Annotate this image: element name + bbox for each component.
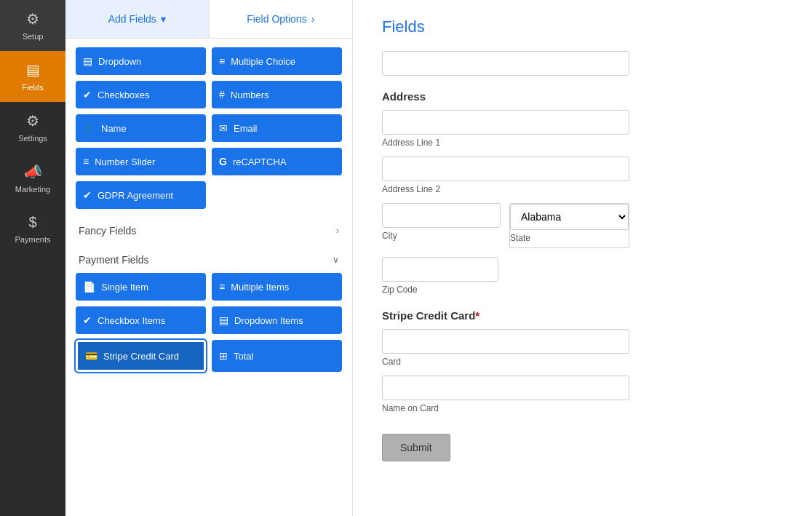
city-group: City — [382, 203, 501, 248]
number-slider-button[interactable]: ≡ Number Slider — [76, 148, 206, 175]
sidebar-label-settings: Settings — [18, 134, 47, 143]
numbers-icon: # — [219, 89, 225, 100]
dropdown-button[interactable]: ▤ Dropdown — [76, 47, 206, 75]
single-item-icon: 📄 — [83, 281, 95, 293]
checkbox-items-icon: ✔ — [83, 314, 92, 326]
single-item-label: Single Item — [101, 282, 148, 293]
gdpr-label: GDPR Agreement — [97, 190, 173, 201]
right-panel: Fields Address Address Line 1 Address Li… — [353, 0, 812, 516]
multiple-choice-icon: ≡ — [219, 55, 225, 67]
name-on-card-label: Name on Card — [382, 403, 783, 413]
card-label: Card — [382, 357, 783, 367]
sidebar: ⚙ Setup ▤ Fields ⚙ Settings 📣 Marketing … — [0, 0, 65, 516]
gear-icon: ⚙ — [26, 10, 39, 28]
sidebar-label-fields: Fields — [22, 83, 43, 92]
fancy-fields-section[interactable]: Fancy Fields › — [76, 215, 342, 244]
gdpr-button[interactable]: ✔ GDPR Agreement — [76, 181, 206, 209]
email-label: Email — [234, 123, 258, 134]
dropdown-label: Dropdown — [98, 56, 141, 67]
name-on-card-input[interactable] — [382, 376, 629, 400]
number-slider-icon: ≡ — [83, 156, 89, 167]
checkbox-items-label: Checkbox Items — [97, 315, 165, 326]
recaptcha-icon: G — [219, 156, 227, 167]
dropdown-items-icon: ▤ — [219, 314, 228, 326]
stripe-section: Stripe Credit Card* Card Name on Card — [382, 309, 783, 413]
checkboxes-label: Checkboxes — [97, 90, 150, 100]
sidebar-item-settings[interactable]: ⚙ Settings — [0, 102, 65, 153]
sidebar-item-fields[interactable]: ▤ Fields — [0, 51, 65, 102]
fancy-fields-label: Fancy Fields — [79, 225, 136, 237]
gdpr-row: ✔ GDPR Agreement — [76, 181, 342, 209]
sidebar-item-setup[interactable]: ⚙ Setup — [0, 0, 65, 51]
recaptcha-label: reCAPTCHA — [233, 156, 287, 167]
address-line1-label: Address Line 1 — [382, 138, 783, 148]
left-panel: Add Fields ▾ Field Options › ▤ Dropdown … — [65, 0, 353, 516]
submit-button[interactable]: Submit — [382, 434, 450, 461]
name-button[interactable]: 👤 Name — [76, 114, 206, 142]
city-input[interactable] — [382, 203, 501, 228]
sidebar-label-setup: Setup — [23, 32, 44, 41]
chevron-down-icon: ▾ — [161, 13, 166, 25]
zip-label: Zip Code — [382, 285, 783, 295]
payment-buttons-grid: 📄 Single Item ≡ Multiple Items ✔ Checkbo… — [76, 273, 342, 372]
total-icon: ⊞ — [219, 350, 228, 362]
email-icon: ✉ — [219, 122, 228, 134]
sidebar-label-payments: Payments — [15, 235, 51, 244]
gdpr-icon: ✔ — [83, 189, 92, 201]
checkbox-items-button[interactable]: ✔ Checkbox Items — [76, 306, 206, 334]
multiple-items-button[interactable]: ≡ Multiple Items — [212, 273, 342, 301]
single-item-button[interactable]: 📄 Single Item — [76, 273, 206, 301]
multiple-choice-label: Multiple Choice — [231, 56, 295, 67]
fields-icon: ▤ — [26, 61, 40, 79]
state-select[interactable]: Alabama — [510, 204, 629, 230]
page-title: Fields — [382, 17, 783, 36]
tab-field-options-label: Field Options — [247, 13, 306, 25]
tab-add-fields[interactable]: Add Fields ▾ — [65, 0, 210, 38]
card-input[interactable] — [382, 329, 629, 354]
multiple-items-label: Multiple Items — [231, 282, 289, 293]
sidebar-item-payments[interactable]: $ Payments — [0, 204, 65, 254]
payments-icon: $ — [28, 214, 36, 231]
tabs-row: Add Fields ▾ Field Options › — [65, 0, 352, 39]
fancy-fields-chevron: › — [336, 226, 339, 236]
stripe-credit-card-button[interactable]: 💳 Stripe Credit Card — [76, 340, 206, 372]
marketing-icon: 📣 — [24, 163, 42, 180]
field-buttons-grid: ▤ Dropdown ≡ Multiple Choice ✔ Checkboxe… — [76, 47, 342, 175]
chevron-right-icon: › — [311, 13, 315, 25]
total-button[interactable]: ⊞ Total — [212, 340, 342, 372]
zip-input[interactable] — [382, 257, 498, 282]
name-label: Name — [101, 123, 127, 134]
recaptcha-button[interactable]: G reCAPTCHA — [212, 148, 342, 175]
checkboxes-button[interactable]: ✔ Checkboxes — [76, 81, 206, 108]
number-slider-label: Number Slider — [95, 156, 155, 167]
dropdown-items-button[interactable]: ▤ Dropdown Items — [212, 306, 342, 334]
fields-scroll-area: ▤ Dropdown ≡ Multiple Choice ✔ Checkboxe… — [65, 39, 352, 516]
address-line2-label: Address Line 2 — [382, 184, 783, 194]
address-line2-input[interactable] — [382, 156, 629, 181]
state-label: State — [510, 233, 629, 243]
sidebar-label-marketing: Marketing — [15, 185, 50, 194]
dropdown-items-label: Dropdown Items — [234, 315, 303, 326]
tab-add-fields-label: Add Fields — [108, 13, 156, 25]
address-section: Address Address Line 1 Address Line 2 Ci… — [382, 90, 783, 295]
email-button[interactable]: ✉ Email — [212, 114, 342, 142]
numbers-button[interactable]: # Numbers — [212, 81, 342, 108]
payment-fields-label: Payment Fields — [79, 254, 148, 266]
stripe-credit-card-label: Stripe Credit Card — [103, 351, 179, 362]
total-label: Total — [234, 351, 253, 362]
stripe-label: Stripe Credit Card* — [382, 309, 783, 322]
tab-field-options[interactable]: Field Options › — [210, 0, 353, 38]
payment-fields-section[interactable]: Payment Fields ∨ — [76, 244, 342, 273]
state-group: Alabama State — [509, 203, 629, 248]
multiple-items-icon: ≡ — [219, 281, 225, 293]
top-input-field[interactable] — [382, 51, 629, 76]
stripe-cc-icon: 💳 — [85, 350, 97, 362]
dropdown-icon: ▤ — [83, 55, 92, 67]
city-label: City — [382, 231, 501, 241]
address-line1-input[interactable] — [382, 110, 629, 135]
sidebar-item-marketing[interactable]: 📣 Marketing — [0, 153, 65, 204]
address-label: Address — [382, 90, 783, 103]
name-icon: 👤 — [83, 122, 95, 134]
multiple-choice-button[interactable]: ≡ Multiple Choice — [212, 47, 342, 75]
settings-icon: ⚙ — [26, 112, 39, 130]
